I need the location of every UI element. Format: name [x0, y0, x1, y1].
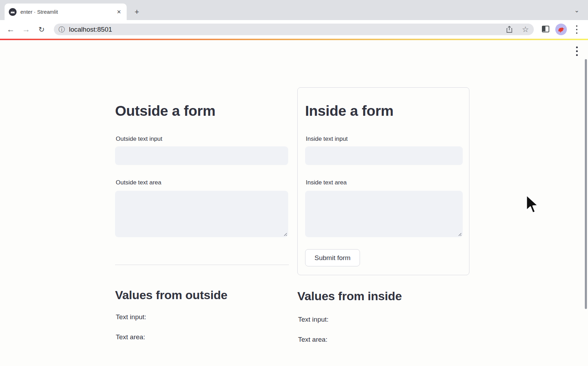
- url-text[interactable]: localhost:8501: [69, 26, 112, 33]
- tab-search-chevron-icon[interactable]: ⌄: [572, 6, 581, 15]
- forward-button[interactable]: →: [20, 20, 32, 39]
- outside-text-input[interactable]: [115, 146, 288, 165]
- bird-avatar-icon: [557, 26, 565, 33]
- share-icon[interactable]: [506, 26, 513, 33]
- back-button[interactable]: ←: [4, 20, 17, 39]
- new-tab-button[interactable]: +: [132, 7, 141, 17]
- tab-close-icon[interactable]: ✕: [115, 8, 122, 15]
- inside-text-input-label: Inside text input: [306, 135, 348, 143]
- tab-title: enter · Streamlit: [20, 9, 115, 15]
- values-outside-heading: Values from outside: [115, 288, 227, 302]
- browser-tab[interactable]: enter · Streamlit ✕: [5, 4, 127, 20]
- profile-avatar[interactable]: [555, 24, 567, 35]
- bookmark-star-icon[interactable]: ☆: [522, 26, 529, 33]
- app-menu-button[interactable]: [575, 46, 578, 56]
- side-panel-icon[interactable]: [542, 26, 549, 32]
- reload-button[interactable]: ↻: [35, 20, 48, 39]
- streamlit-favicon-icon: [9, 8, 17, 16]
- outside-text-input-label: Outside text input: [116, 135, 162, 143]
- outside-text-area[interactable]: [115, 191, 288, 237]
- address-bar[interactable]: ⓘ localhost:8501 ☆: [54, 24, 534, 35]
- site-info-icon[interactable]: ⓘ: [58, 25, 65, 34]
- streamlit-app: Outside a form Outside text input Outsid…: [0, 40, 588, 366]
- browser-menu-button[interactable]: [575, 25, 578, 34]
- browser-toolbar: ← → ↻ ⓘ localhost:8501 ☆: [0, 20, 588, 39]
- values-inside-text-input: Text input:: [298, 316, 329, 323]
- outside-text-area-label: Outside text area: [116, 179, 161, 186]
- values-outside-text-input: Text input:: [116, 313, 146, 321]
- values-inside-heading: Values from inside: [297, 289, 402, 303]
- inside-text-area[interactable]: [305, 191, 463, 237]
- outside-form-heading: Outside a form: [115, 103, 215, 119]
- values-outside-text-area: Text area:: [116, 333, 145, 341]
- values-inside-text-area: Text area:: [298, 336, 327, 343]
- inside-text-input[interactable]: [305, 146, 463, 165]
- inside-text-area-label: Inside text area: [306, 179, 347, 186]
- divider: [115, 265, 289, 265]
- inside-form-heading: Inside a form: [305, 103, 393, 119]
- tab-strip: enter · Streamlit ✕ + ⌄: [0, 0, 588, 20]
- submit-form-button[interactable]: Submit form: [305, 249, 360, 266]
- page-scrollbar[interactable]: [585, 59, 587, 309]
